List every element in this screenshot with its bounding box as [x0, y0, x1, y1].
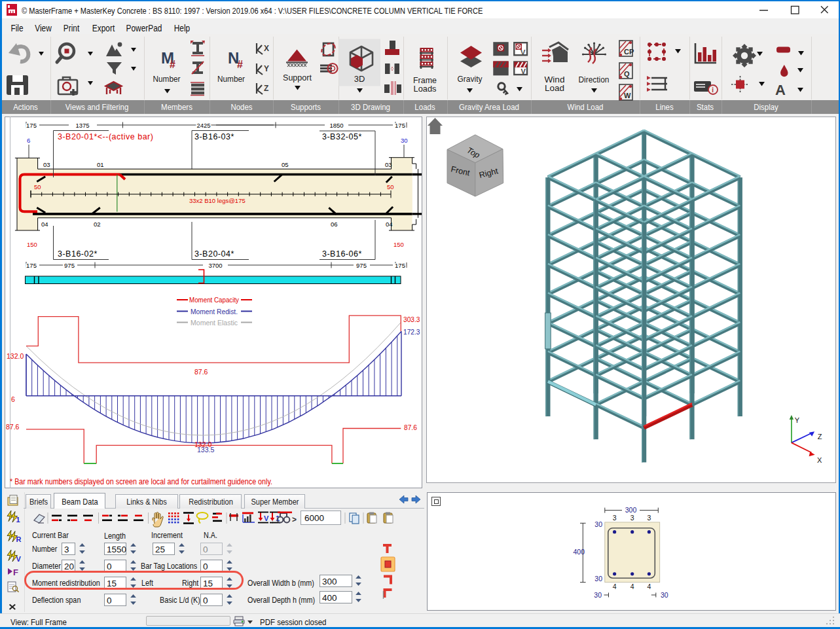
- svg-text:W: W: [624, 92, 631, 99]
- svg-text:30: 30: [594, 591, 602, 599]
- svg-text:i: i: [712, 86, 714, 94]
- svg-text:Q: Q: [624, 70, 630, 78]
- svg-text:3: 3: [613, 514, 617, 522]
- svg-text:Z: Z: [818, 433, 822, 440]
- svg-text:3: 3: [647, 514, 651, 522]
- svg-text:CP: CP: [624, 48, 634, 56]
- svg-text:Direction: Direction: [579, 75, 610, 84]
- svg-text:30: 30: [661, 591, 668, 599]
- svg-text:3: 3: [630, 514, 634, 522]
- svg-text:X: X: [817, 456, 822, 464]
- svg-text:4: 4: [647, 583, 651, 590]
- svg-text:400: 400: [573, 548, 585, 556]
- svg-text:Gravity: Gravity: [458, 74, 483, 84]
- svg-text:4: 4: [613, 583, 617, 590]
- svg-text:4: 4: [630, 583, 634, 590]
- svg-text:30: 30: [594, 520, 602, 528]
- svg-text:V: V: [520, 48, 526, 56]
- svg-text:A: A: [775, 82, 786, 98]
- svg-text:V: V: [521, 67, 526, 75]
- svg-text:30: 30: [594, 575, 602, 583]
- svg-text:300: 300: [625, 506, 637, 514]
- svg-text:Load: Load: [545, 83, 564, 93]
- svg-text:Y: Y: [795, 416, 800, 424]
